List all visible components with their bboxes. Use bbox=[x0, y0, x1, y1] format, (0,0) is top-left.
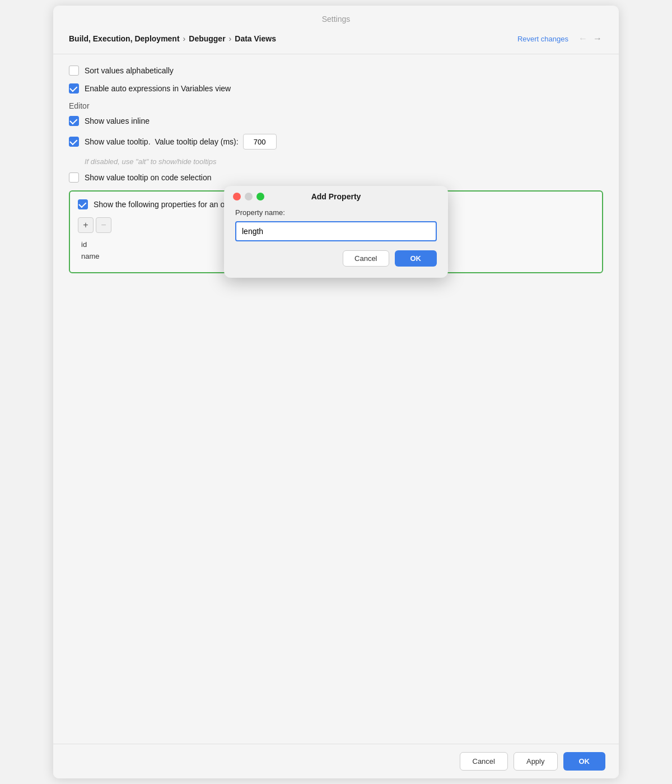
bottom-bar: Cancel Apply OK bbox=[53, 744, 619, 778]
apply-button[interactable]: Apply bbox=[514, 752, 558, 771]
show-inline-checkbox[interactable] bbox=[69, 116, 79, 126]
sort-alphabetically-label: Sort values alphabetically bbox=[85, 66, 174, 75]
modal-title: Add Property bbox=[311, 192, 361, 201]
show-tooltip-label: Show value tooltip. bbox=[85, 137, 151, 146]
tooltip-hint: If disabled, use "alt" to show/hide tool… bbox=[85, 157, 603, 166]
minimize-button[interactable] bbox=[245, 193, 253, 200]
show-tooltip-code-label: Show value tooltip on code selection bbox=[85, 173, 211, 182]
settings-window: Settings Build, Execution, Deployment › … bbox=[53, 6, 619, 778]
show-tooltip-code-checkbox[interactable] bbox=[69, 172, 79, 183]
settings-content: Sort values alphabetically Enable auto e… bbox=[53, 54, 619, 744]
modal-buttons: Cancel OK bbox=[224, 250, 448, 267]
editor-section-label: Editor bbox=[69, 101, 603, 110]
revert-changes-link[interactable]: Revert changes bbox=[517, 35, 568, 43]
tooltip-delay-label: Value tooltip delay (ms): bbox=[155, 137, 239, 146]
nav-forward-arrow[interactable]: → bbox=[592, 34, 603, 44]
modal-body: Property name: bbox=[224, 206, 448, 250]
property-name-input[interactable] bbox=[235, 221, 437, 241]
breadcrumb-sep2: › bbox=[229, 34, 232, 43]
add-property-dialog: Add Property Property name: Cancel OK bbox=[224, 186, 448, 278]
show-tooltip-code-row: Show value tooltip on code selection bbox=[69, 172, 603, 183]
show-inline-row: Show values inline bbox=[69, 116, 603, 126]
breadcrumb-part3: Data Views bbox=[235, 34, 276, 43]
breadcrumb-part1: Build, Execution, Deployment bbox=[69, 34, 180, 43]
auto-expressions-label: Enable auto expressions in Variables vie… bbox=[85, 84, 231, 93]
modal-overlay: Add Property Property name: Cancel OK bbox=[70, 192, 602, 272]
dialog-ok-button[interactable]: OK bbox=[395, 250, 437, 267]
sort-alphabetically-checkbox[interactable] bbox=[69, 66, 79, 76]
object-node-section: Show the following properties for an obj… bbox=[69, 190, 603, 273]
tooltip-inline-row: Show value tooltip. Value tooltip delay … bbox=[85, 134, 277, 150]
show-tooltip-row: Show value tooltip. Value tooltip delay … bbox=[69, 134, 603, 150]
close-button[interactable] bbox=[233, 193, 241, 200]
auto-expressions-row: Enable auto expressions in Variables vie… bbox=[69, 83, 603, 94]
sort-alphabetically-row: Sort values alphabetically bbox=[69, 66, 603, 76]
breadcrumb-nav: ← → bbox=[577, 34, 603, 44]
nav-back-arrow[interactable]: ← bbox=[577, 34, 589, 44]
traffic-lights bbox=[233, 193, 264, 200]
breadcrumb-part2: Debugger bbox=[189, 34, 225, 43]
breadcrumb-sep1: › bbox=[183, 34, 186, 43]
modal-titlebar: Add Property bbox=[224, 186, 448, 206]
window-title: Settings bbox=[53, 6, 619, 29]
show-tooltip-checkbox[interactable] bbox=[69, 137, 79, 147]
dialog-cancel-button[interactable]: Cancel bbox=[343, 250, 389, 267]
maximize-button[interactable] bbox=[256, 193, 264, 200]
breadcrumb: Build, Execution, Deployment › Debugger … bbox=[53, 29, 619, 54]
show-inline-label: Show values inline bbox=[85, 116, 150, 125]
cancel-button[interactable]: Cancel bbox=[460, 752, 508, 771]
auto-expressions-checkbox[interactable] bbox=[69, 83, 79, 94]
ok-button[interactable]: OK bbox=[563, 752, 606, 771]
property-name-label: Property name: bbox=[235, 208, 437, 217]
tooltip-delay-input[interactable] bbox=[243, 134, 277, 150]
